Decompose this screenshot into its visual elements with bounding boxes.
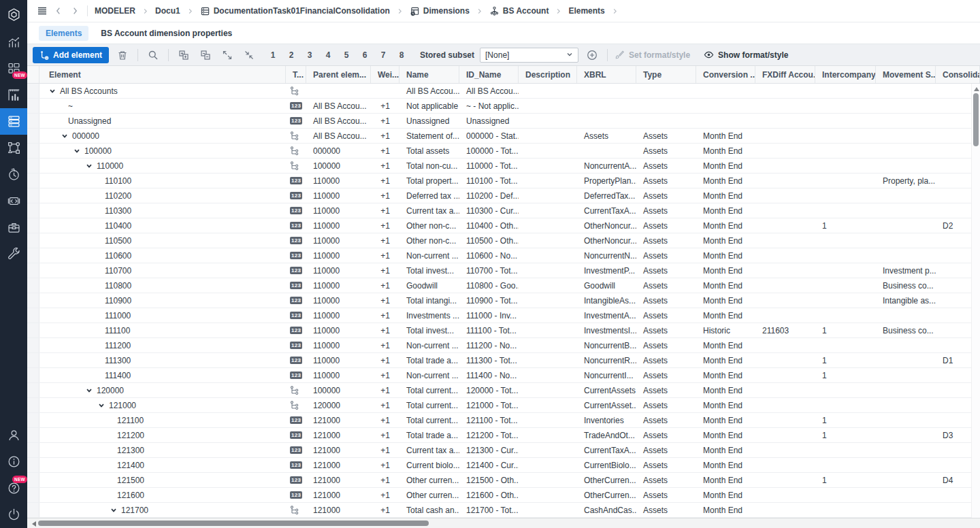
table-row[interactable]: 121000120000+1Total current...121000 - T… (27, 398, 980, 413)
column-header-description[interactable]: Description (519, 66, 577, 83)
chevron-down-icon[interactable] (86, 163, 97, 169)
expand-to-level-1[interactable]: 1 (270, 50, 276, 60)
breadcrumb-item[interactable]: DocumentationTask01FinancialConsolidatio… (200, 6, 390, 16)
column-header-element[interactable]: Element (39, 66, 286, 83)
chevron-down-icon[interactable] (61, 133, 72, 139)
chevron-down-icon[interactable] (110, 507, 121, 514)
table-row[interactable]: ~123All BS Accou...+1Not applicable~ - N… (27, 99, 980, 114)
add-element-button[interactable]: Add element (33, 47, 109, 63)
expand-to-level-8[interactable]: 8 (398, 50, 405, 60)
expand-to-level-3[interactable]: 3 (306, 50, 313, 60)
sidebar-item-user[interactable] (0, 422, 27, 448)
table-row[interactable]: All BS AccountsAll BS Accou...All BS Acc… (27, 84, 980, 99)
table-row[interactable]: 121100123121000+1Total current...121100 … (27, 413, 980, 428)
table-row[interactable]: 121500123121000+1Other curren...121500 -… (27, 473, 980, 488)
table-row[interactable]: 121700121000+1Total cash an...121700 - T… (27, 503, 980, 518)
column-header-name[interactable]: Name (399, 66, 459, 83)
scroll-up-icon[interactable] (974, 87, 979, 91)
table-row[interactable]: 100000000000+1Total assets100000 - Tot..… (27, 144, 980, 159)
sidebar-item-integrator[interactable] (0, 135, 27, 161)
table-row[interactable]: 110900123110000+1Total intangi...110900 … (27, 293, 980, 308)
vertical-scrollbar-thumb[interactable] (973, 93, 979, 146)
breadcrumb-item[interactable]: MODELER (95, 6, 135, 16)
expand-all-icon[interactable] (176, 47, 192, 63)
column-header-consolidation[interactable]: Consolidati... (936, 66, 980, 83)
table-row[interactable]: 110700123110000+1Total invest...110700 -… (27, 263, 980, 278)
table-row[interactable]: 110600123110000+1Non-current ...110600 -… (27, 248, 980, 263)
menu-hamburger-icon[interactable] (34, 3, 50, 19)
table-row[interactable]: 110300123110000+1Current tax a...110300 … (27, 203, 980, 218)
column-header-xbrl[interactable]: XBRL (577, 66, 636, 83)
table-row[interactable]: 121400123121000+1Current biolo...121400 … (27, 458, 980, 473)
chevron-down-icon[interactable] (86, 387, 97, 394)
sidebar-item-apps[interactable]: NEW (0, 55, 27, 82)
expand-to-level-6[interactable]: 6 (361, 50, 368, 60)
table-row[interactable]: 110400123110000+1Other non-c...110400 - … (27, 218, 980, 233)
sidebar-item-power[interactable] (0, 501, 27, 528)
table-row[interactable]: 111100123110000+1Total invest...111100 -… (27, 323, 980, 338)
sidebar-item-administration[interactable] (0, 241, 27, 267)
nav-forward-icon[interactable] (67, 3, 83, 19)
chevron-down-icon[interactable] (98, 402, 109, 409)
table-row[interactable]: 121300123121000+1Current tax a...121300 … (27, 443, 980, 458)
column-header-type[interactable]: T... (286, 66, 306, 83)
horizontal-scrollbar[interactable] (27, 518, 980, 528)
collapse-branch-icon[interactable] (241, 47, 257, 63)
table-row[interactable]: 110000100000+1Total non-cu...110000 - To… (27, 159, 980, 174)
sidebar-item-help[interactable]: NEW (0, 475, 27, 501)
delete-element-icon[interactable] (114, 47, 131, 63)
sidebar-item-logo[interactable] (0, 0, 27, 29)
expand-to-level-4[interactable]: 4 (325, 50, 331, 60)
breadcrumb-item[interactable]: BS Account (489, 6, 549, 16)
expand-to-level-5[interactable]: 5 (343, 50, 350, 60)
table-row[interactable]: 110100123110000+1Total propert...110100 … (27, 174, 980, 188)
cell-xbrl: InvestmentP... (577, 263, 636, 278)
column-header-conversion[interactable]: Conversion ... (696, 66, 755, 83)
search-icon[interactable] (145, 47, 161, 63)
stored-subset-dropdown[interactable]: [None] (480, 48, 578, 63)
table-row[interactable]: 120000100000+1Total current...120000 - T… (27, 383, 980, 398)
expand-to-level-2[interactable]: 2 (288, 50, 295, 60)
horizontal-scrollbar-thumb[interactable] (38, 521, 429, 526)
collapse-all-icon[interactable] (197, 47, 214, 63)
column-header-intercompany[interactable]: Intercompany (815, 66, 876, 83)
table-row[interactable]: 110800123110000+1Goodwill110800 - Goo...… (27, 278, 980, 293)
column-header-fxdiff_account[interactable]: FXDiff Accou... (755, 66, 815, 83)
column-header-id_name[interactable]: ID_Name (459, 66, 519, 83)
sidebar-item-info[interactable] (0, 448, 27, 475)
table-row[interactable]: 111000123110000+1Investments ...111000 -… (27, 308, 980, 323)
chevron-down-icon[interactable] (74, 148, 84, 154)
expand-to-level-7[interactable]: 7 (380, 50, 387, 60)
add-subset-icon[interactable] (584, 47, 600, 63)
expand-branch-icon[interactable] (219, 47, 235, 63)
vertical-scrollbar[interactable] (971, 84, 980, 518)
breadcrumb-item[interactable]: Elements (568, 6, 604, 16)
sidebar-item-scheduler[interactable] (0, 161, 27, 188)
table-row[interactable]: 111200123110000+1Non-current ...111200 -… (27, 338, 980, 353)
table-row[interactable]: 000000All BS Accou...+1Statement of...00… (27, 129, 980, 144)
tab-elements[interactable]: Elements (39, 26, 88, 41)
sidebar-item-console[interactable] (0, 188, 27, 214)
sidebar-item-marketplace[interactable] (0, 214, 27, 241)
breadcrumb-item[interactable]: Docu1 (155, 6, 180, 16)
table-row[interactable]: Unassigned123All BS Accou...+1Unassigned… (27, 114, 980, 129)
table-row[interactable]: 110200123110000+1Deferred tax ...110200 … (27, 188, 980, 203)
sidebar-item-reports[interactable] (0, 82, 27, 108)
nav-back-icon[interactable] (50, 3, 67, 19)
sidebar-item-analytics[interactable] (0, 29, 27, 55)
show-format-button[interactable]: Show format/style (704, 50, 788, 60)
table-row[interactable]: 121600123121000+1Other curren...121600 -… (27, 488, 980, 503)
column-header-account_type[interactable]: Type (636, 66, 696, 83)
scroll-left-icon[interactable] (32, 521, 36, 527)
sidebar-item-modeler[interactable] (0, 108, 27, 135)
chevron-down-icon[interactable] (49, 88, 60, 95)
column-header-weight[interactable]: Wei... (371, 66, 399, 83)
breadcrumb-item[interactable]: Dimensions (410, 6, 470, 16)
column-header-parent[interactable]: Parent elem... (306, 66, 371, 83)
column-header-movement[interactable]: Movement S... (876, 66, 936, 83)
table-row[interactable]: 121200123121000+1Total trade a...121200 … (27, 428, 980, 443)
set-format-button[interactable]: Set format/style (615, 50, 690, 60)
table-row[interactable]: 110500123110000+1Other non-c...110500 - … (27, 233, 980, 248)
table-row[interactable]: 111300123110000+1Total trade a...111300 … (27, 353, 980, 368)
table-row[interactable]: 111400123110000+1Non-current ...111400 -… (27, 368, 980, 383)
